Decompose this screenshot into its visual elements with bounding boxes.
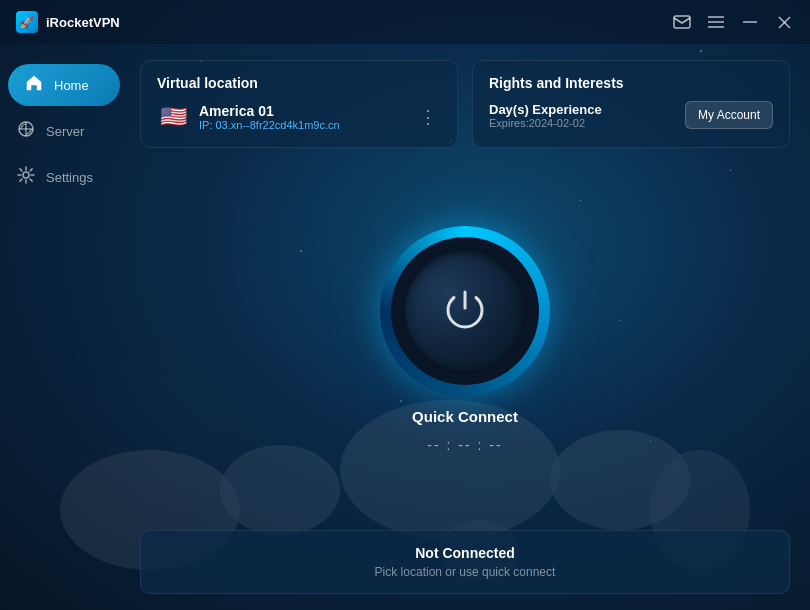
- virtual-location-title: Virtual location: [157, 75, 441, 91]
- rights-expiry: Expires:2024-02-02: [489, 117, 602, 129]
- content-area: Virtual location 🇺🇸 America 01 IP: 03.xn…: [130, 44, 810, 610]
- mail-icon[interactable]: [672, 12, 692, 32]
- location-text: America 01 IP: 03.xn--8fr22cd4k1m9c.cn: [199, 103, 340, 131]
- main-layout: Home Server Settings: [0, 44, 810, 610]
- power-area: Quick Connect -- : -- : --: [140, 160, 790, 518]
- rights-text: Day(s) Experience Expires:2024-02-02: [489, 102, 602, 129]
- country-flag: 🇺🇸: [157, 101, 189, 133]
- status-bar: Not Connected Pick location or use quick…: [140, 530, 790, 594]
- location-info: 🇺🇸 America 01 IP: 03.xn--8fr22cd4k1m9c.c…: [157, 101, 441, 133]
- minimize-icon[interactable]: [740, 12, 760, 32]
- location-name: America 01: [199, 103, 340, 119]
- sidebar-item-home[interactable]: Home: [8, 64, 120, 106]
- sidebar-item-server[interactable]: Server: [0, 110, 120, 152]
- titlebar-controls: [672, 12, 794, 32]
- my-account-button[interactable]: My Account: [685, 101, 773, 129]
- svg-rect-6: [674, 16, 690, 28]
- more-options-icon[interactable]: ⋮: [415, 102, 441, 132]
- sidebar: Home Server Settings: [0, 44, 130, 610]
- settings-icon: [16, 166, 36, 188]
- server-label: Server: [46, 124, 84, 139]
- svg-point-16: [23, 172, 29, 178]
- location-ip: IP: 03.xn--8fr22cd4k1m9c.cn: [199, 119, 340, 131]
- rights-plan-label: Day(s) Experience: [489, 102, 602, 117]
- menu-icon[interactable]: [706, 12, 726, 32]
- app-logo: 🚀: [16, 11, 38, 33]
- top-cards: Virtual location 🇺🇸 America 01 IP: 03.xn…: [140, 60, 790, 148]
- power-ring-outer: [380, 226, 550, 396]
- virtual-location-card: Virtual location 🇺🇸 America 01 IP: 03.xn…: [140, 60, 458, 148]
- status-title: Not Connected: [157, 545, 773, 561]
- home-label: Home: [54, 78, 89, 93]
- power-ring-middle: [391, 237, 539, 385]
- titlebar-left: 🚀 iRocketVPN: [16, 11, 120, 33]
- status-subtitle: Pick location or use quick connect: [157, 565, 773, 579]
- settings-label: Settings: [46, 170, 93, 185]
- rights-content: Day(s) Experience Expires:2024-02-02 My …: [489, 101, 773, 129]
- location-left: 🇺🇸 America 01 IP: 03.xn--8fr22cd4k1m9c.c…: [157, 101, 340, 133]
- quick-connect-label: Quick Connect: [412, 408, 518, 425]
- server-icon: [16, 120, 36, 142]
- home-icon: [24, 74, 44, 96]
- power-icon: [443, 286, 487, 336]
- power-button[interactable]: [405, 251, 525, 371]
- timer-display: -- : -- : --: [427, 437, 502, 453]
- rights-card: Rights and Interests Day(s) Experience E…: [472, 60, 790, 148]
- close-icon[interactable]: [774, 12, 794, 32]
- sidebar-item-settings[interactable]: Settings: [0, 156, 120, 198]
- titlebar: 🚀 iRocketVPN: [0, 0, 810, 44]
- app-title: iRocketVPN: [46, 15, 120, 30]
- rights-title: Rights and Interests: [489, 75, 773, 91]
